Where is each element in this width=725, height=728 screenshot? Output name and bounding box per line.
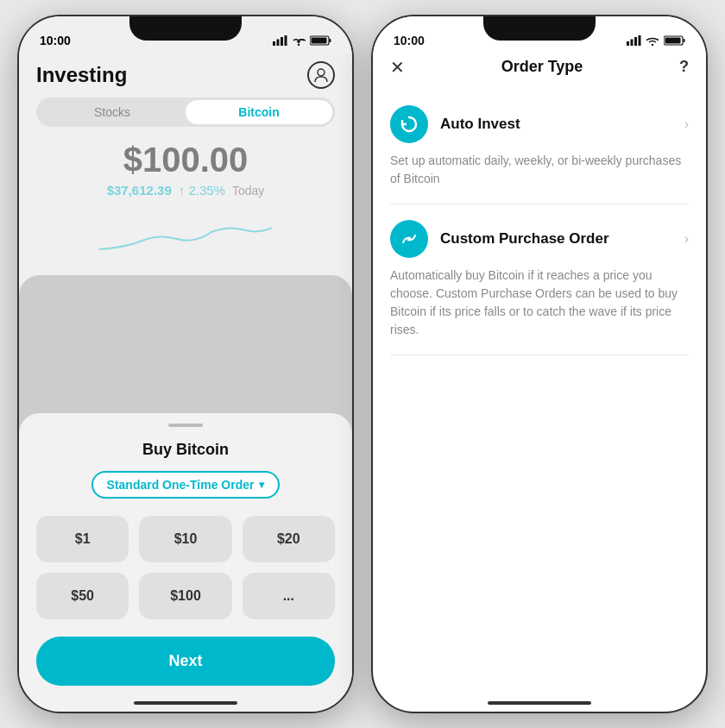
amount-btn-100[interactable]: $100 [139,573,231,619]
wifi-icon [292,35,306,46]
signal-icon [273,35,287,46]
right-battery-icon [664,35,685,46]
modal-title: Buy Bitcoin [36,441,335,459]
period-label: Today [232,184,264,198]
right-signal-icon [627,35,641,46]
custom-purchase-icon [390,220,428,258]
svg-rect-6 [330,39,331,42]
left-home-indicator [134,701,237,705]
svg-rect-10 [631,40,634,47]
left-header: Investing [19,54,352,97]
order-type-list: Auto Invest › Set up automatic daily, we… [373,90,706,355]
auto-invest-desc: Set up automatic daily, weekly, or bi-we… [390,152,689,188]
btc-price: $37,612.39 [107,183,172,198]
notch [129,16,242,41]
auto-invest-header: Auto Invest › [390,105,689,143]
right-phone: 10:00 ✕ Order Type ? [371,15,708,713]
amount-btn-1[interactable]: $1 [36,516,129,562]
svg-point-4 [298,44,299,46]
custom-purchase-header: Custom Purchase Order › [390,220,689,258]
help-button[interactable]: ? [679,58,689,76]
right-status-icons [627,35,685,46]
svg-rect-12 [639,35,641,46]
order-type-badge[interactable]: Standard One-Time Order ▾ [91,471,281,499]
close-button[interactable]: ✕ [390,59,405,76]
svg-point-17 [407,237,412,242]
chart-placeholder [19,215,352,267]
svg-point-8 [318,69,325,76]
price-section: $100.00 $37,612.39 ↑ 2.35% Today [19,141,352,215]
right-home-indicator [488,701,591,705]
auto-invest-title: Auto Invest [440,116,520,133]
custom-purchase-option[interactable]: Custom Purchase Order › Automatically bu… [390,204,689,355]
profile-icon[interactable] [307,61,335,89]
right-header: ✕ Order Type ? [373,54,706,90]
auto-invest-icon [390,105,428,143]
custom-purchase-desc: Automatically buy Bitcoin if it reaches … [390,267,689,339]
tab-stocks[interactable]: Stocks [39,100,186,124]
order-type-page-title: Order Type [501,58,583,76]
left-status-icons [273,35,331,46]
svg-rect-1 [277,40,280,47]
auto-invest-option[interactable]: Auto Invest › Set up automatic daily, we… [390,90,689,204]
svg-rect-9 [627,41,629,46]
right-time: 10:00 [394,34,425,47]
left-phone: 10:00 Investing [17,15,354,713]
chevron-down-icon: ▾ [259,479,264,491]
amount-btn-20[interactable]: $20 [243,516,335,562]
auto-invest-chevron: › [684,116,689,132]
change-pct: ↑ 2.35% [179,183,225,198]
amount-grid: $1 $10 $20 $50 $100 ... [36,516,335,619]
right-notch [483,16,596,41]
svg-rect-0 [273,41,275,46]
svg-rect-3 [285,35,287,46]
svg-rect-2 [281,37,283,46]
battery-icon [310,35,331,46]
modal-sheet: Buy Bitcoin Standard One-Time Order ▾ $1… [19,413,352,712]
order-type-selector[interactable]: Standard One-Time Order ▾ [36,471,335,499]
amount-btn-more[interactable]: ... [243,573,335,619]
custom-purchase-title: Custom Purchase Order [440,230,609,248]
amount-btn-10[interactable]: $10 [139,516,231,562]
tab-bitcoin[interactable]: Bitcoin [186,100,332,124]
main-price: $100.00 [36,141,335,179]
auto-invest-left: Auto Invest [390,105,520,143]
svg-rect-16 [665,38,681,44]
tabs-row: Stocks Bitcoin [36,97,335,127]
amount-btn-50[interactable]: $50 [36,573,129,619]
svg-rect-11 [634,37,637,46]
drag-handle [168,424,203,427]
price-sub: $37,612.39 ↑ 2.35% Today [36,183,335,198]
right-wifi-icon [646,35,659,46]
next-button[interactable]: Next [36,637,335,686]
svg-rect-15 [684,39,685,42]
left-time: 10:00 [40,34,71,47]
investing-title: Investing [36,63,127,87]
custom-purchase-chevron: › [684,231,689,247]
custom-purchase-left: Custom Purchase Order [390,220,609,258]
svg-rect-7 [312,38,327,44]
svg-point-13 [652,44,653,46]
order-type-label: Standard One-Time Order [107,478,255,492]
